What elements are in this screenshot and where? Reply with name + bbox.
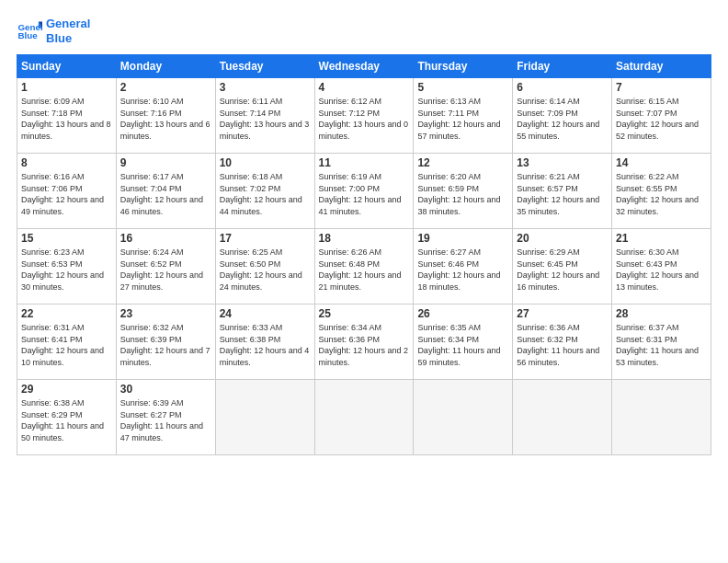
table-row: 2 Sunrise: 6:10 AM Sunset: 7:16 PM Dayli… <box>116 78 215 154</box>
sunset: Sunset: 7:18 PM <box>21 108 112 120</box>
header-friday: Friday <box>513 55 612 78</box>
logo-line1: General <box>46 17 90 31</box>
day-info: Sunrise: 6:35 AM Sunset: 6:34 PM Dayligh… <box>417 322 508 368</box>
sunset: Sunset: 6:59 PM <box>417 183 508 195</box>
table-row: 18 Sunrise: 6:26 AM Sunset: 6:48 PM Dayl… <box>314 229 414 304</box>
day-number: 16 <box>120 232 211 245</box>
day-info: Sunrise: 6:26 AM Sunset: 6:48 PM Dayligh… <box>319 247 410 293</box>
day-info: Sunrise: 6:19 AM Sunset: 7:00 PM Dayligh… <box>319 171 410 217</box>
table-row: 1 Sunrise: 6:09 AM Sunset: 7:18 PM Dayli… <box>17 78 117 154</box>
day-info: Sunrise: 6:37 AM Sunset: 6:31 PM Dayligh… <box>616 322 707 368</box>
table-row: 19 Sunrise: 6:27 AM Sunset: 6:46 PM Dayl… <box>414 229 513 304</box>
sunset: Sunset: 7:06 PM <box>21 183 112 195</box>
day-number: 9 <box>120 156 211 169</box>
day-info: Sunrise: 6:30 AM Sunset: 6:43 PM Dayligh… <box>616 247 707 293</box>
table-row: 12 Sunrise: 6:20 AM Sunset: 6:59 PM Dayl… <box>414 154 513 229</box>
table-row <box>215 380 314 455</box>
day-number: 12 <box>417 156 508 169</box>
sunrise: Sunrise: 6:31 AM <box>21 322 112 334</box>
sunrise: Sunrise: 6:27 AM <box>417 247 508 259</box>
day-number: 8 <box>21 156 112 169</box>
daylight: Daylight: 13 hours and 0 minutes. <box>319 119 410 142</box>
day-number: 4 <box>319 81 410 94</box>
day-info: Sunrise: 6:25 AM Sunset: 6:50 PM Dayligh… <box>220 247 311 293</box>
daylight: Daylight: 12 hours and 44 minutes. <box>220 194 311 217</box>
day-number: 27 <box>517 307 608 320</box>
sunrise: Sunrise: 6:21 AM <box>517 171 608 183</box>
daylight: Daylight: 12 hours and 24 minutes. <box>220 270 311 293</box>
daylight: Daylight: 12 hours and 10 minutes. <box>21 345 112 368</box>
calendar-week-row: 8 Sunrise: 6:16 AM Sunset: 7:06 PM Dayli… <box>17 154 711 229</box>
svg-text:Blue: Blue <box>17 30 38 40</box>
sunrise: Sunrise: 6:19 AM <box>319 171 410 183</box>
sunset: Sunset: 6:48 PM <box>319 259 410 270</box>
day-info: Sunrise: 6:16 AM Sunset: 7:06 PM Dayligh… <box>21 171 112 217</box>
sunrise: Sunrise: 6:38 AM <box>21 397 112 409</box>
sunset: Sunset: 7:16 PM <box>120 108 211 120</box>
daylight: Daylight: 12 hours and 55 minutes. <box>517 119 608 142</box>
table-row: 27 Sunrise: 6:36 AM Sunset: 6:32 PM Dayl… <box>513 304 612 380</box>
sunset: Sunset: 7:09 PM <box>517 108 608 120</box>
daylight: Daylight: 12 hours and 21 minutes. <box>319 270 410 293</box>
day-number: 21 <box>616 232 707 245</box>
table-row: 6 Sunrise: 6:14 AM Sunset: 7:09 PM Dayli… <box>513 78 612 154</box>
day-number: 14 <box>616 156 707 169</box>
table-row <box>414 380 513 455</box>
sunset: Sunset: 7:04 PM <box>120 183 211 195</box>
calendar-week-row: 29 Sunrise: 6:38 AM Sunset: 6:29 PM Dayl… <box>17 380 711 455</box>
sunset: Sunset: 6:41 PM <box>21 334 112 346</box>
sunrise: Sunrise: 6:16 AM <box>21 171 112 183</box>
sunset: Sunset: 6:45 PM <box>517 259 608 270</box>
sunrise: Sunrise: 6:36 AM <box>517 322 608 334</box>
sunrise: Sunrise: 6:24 AM <box>120 247 211 259</box>
day-info: Sunrise: 6:11 AM Sunset: 7:14 PM Dayligh… <box>220 96 311 142</box>
sunrise: Sunrise: 6:30 AM <box>616 247 707 259</box>
table-row: 25 Sunrise: 6:34 AM Sunset: 6:36 PM Dayl… <box>314 304 414 380</box>
sunset: Sunset: 7:12 PM <box>319 108 410 120</box>
table-row <box>513 380 612 455</box>
daylight: Daylight: 11 hours and 47 minutes. <box>120 420 211 443</box>
table-row: 9 Sunrise: 6:17 AM Sunset: 7:04 PM Dayli… <box>116 154 215 229</box>
sunset: Sunset: 6:52 PM <box>120 259 211 270</box>
day-info: Sunrise: 6:12 AM Sunset: 7:12 PM Dayligh… <box>319 96 410 142</box>
calendar-week-row: 22 Sunrise: 6:31 AM Sunset: 6:41 PM Dayl… <box>17 304 711 380</box>
day-number: 29 <box>21 383 112 396</box>
table-row: 14 Sunrise: 6:22 AM Sunset: 6:55 PM Dayl… <box>612 154 711 229</box>
sunset: Sunset: 6:39 PM <box>120 334 211 346</box>
sunset: Sunset: 7:00 PM <box>319 183 410 195</box>
day-number: 17 <box>220 232 311 245</box>
day-info: Sunrise: 6:31 AM Sunset: 6:41 PM Dayligh… <box>21 322 112 368</box>
daylight: Daylight: 12 hours and 35 minutes. <box>517 194 608 217</box>
daylight: Daylight: 11 hours and 50 minutes. <box>21 420 112 443</box>
table-row: 17 Sunrise: 6:25 AM Sunset: 6:50 PM Dayl… <box>215 229 314 304</box>
daylight: Daylight: 12 hours and 18 minutes. <box>417 270 508 293</box>
sunset: Sunset: 7:11 PM <box>417 108 508 120</box>
daylight: Daylight: 12 hours and 4 minutes. <box>220 345 311 368</box>
page: General Blue General Blue Sunday Monday … <box>0 0 728 563</box>
sunrise: Sunrise: 6:34 AM <box>319 322 410 334</box>
table-row: 28 Sunrise: 6:37 AM Sunset: 6:31 PM Dayl… <box>612 304 711 380</box>
day-info: Sunrise: 6:22 AM Sunset: 6:55 PM Dayligh… <box>616 171 707 217</box>
sunrise: Sunrise: 6:13 AM <box>417 96 508 108</box>
table-row: 21 Sunrise: 6:30 AM Sunset: 6:43 PM Dayl… <box>612 229 711 304</box>
day-info: Sunrise: 6:15 AM Sunset: 7:07 PM Dayligh… <box>616 96 707 142</box>
day-info: Sunrise: 6:34 AM Sunset: 6:36 PM Dayligh… <box>319 322 410 368</box>
header: General Blue General Blue <box>17 17 711 45</box>
day-number: 22 <box>21 307 112 320</box>
sunset: Sunset: 6:43 PM <box>616 259 707 270</box>
daylight: Daylight: 12 hours and 32 minutes. <box>616 194 707 217</box>
sunset: Sunset: 6:34 PM <box>417 334 508 346</box>
sunrise: Sunrise: 6:32 AM <box>120 322 211 334</box>
sunrise: Sunrise: 6:33 AM <box>220 322 311 334</box>
day-number: 13 <box>517 156 608 169</box>
logo: General Blue General Blue <box>17 17 90 45</box>
day-number: 23 <box>120 307 211 320</box>
daylight: Daylight: 12 hours and 52 minutes. <box>616 119 707 142</box>
day-number: 18 <box>319 232 410 245</box>
daylight: Daylight: 12 hours and 13 minutes. <box>616 270 707 293</box>
sunrise: Sunrise: 6:11 AM <box>220 96 311 108</box>
sunrise: Sunrise: 6:23 AM <box>21 247 112 259</box>
logo-line2: Blue <box>46 31 90 46</box>
day-info: Sunrise: 6:09 AM Sunset: 7:18 PM Dayligh… <box>21 96 112 142</box>
table-row: 15 Sunrise: 6:23 AM Sunset: 6:53 PM Dayl… <box>17 229 117 304</box>
